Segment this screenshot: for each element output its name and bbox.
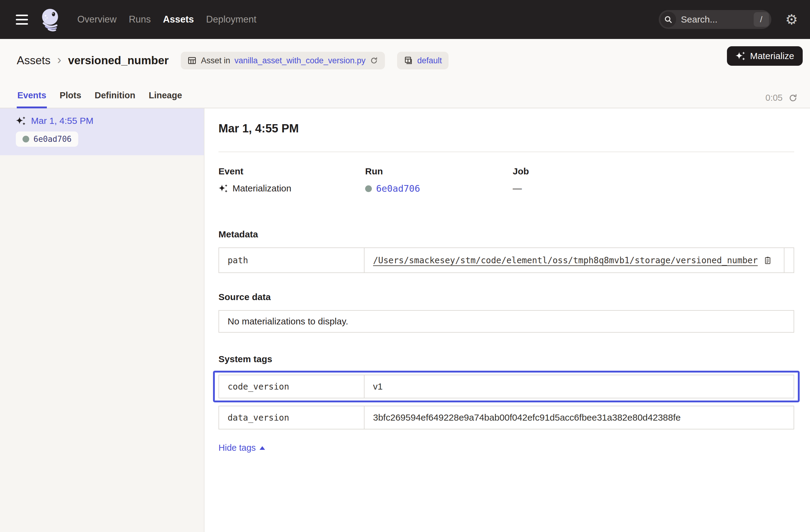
nav-item-deployment[interactable]: Deployment [206,14,256,25]
top-nav: Overview Runs Assets Deployment / ⚙ [0,0,810,39]
sparkle-icon [735,51,746,61]
source-data-heading: Source data [218,292,794,302]
hide-tags-link[interactable]: Hide tags [218,443,265,453]
nav-item-assets[interactable]: Assets [163,14,194,25]
asset-group-icon [404,56,413,65]
materialize-button[interactable]: Materialize [727,46,803,66]
event-detail-panel: Mar 1, 4:55 PM Event Materialization Run [205,108,810,532]
hamburger-menu-icon[interactable] [16,15,28,25]
search-icon [660,12,676,27]
system-tags-table: code_version v1 data_version 3bfc269594e… [218,375,794,430]
page-title: versioned_number [68,54,168,67]
tag-key: code_version [219,375,364,398]
materialization-sparkle-icon [218,183,228,193]
metadata-heading: Metadata [218,229,794,240]
breadcrumb: Assets › versioned_number Asset in vanil… [0,39,810,69]
asset-group-pill: default [397,52,449,69]
table-grid-icon [188,56,197,65]
table-row-code-version: code_version v1 [218,375,794,398]
tab-definition[interactable]: Definition [94,85,136,108]
settings-gear-icon[interactable]: ⚙ [785,13,798,27]
copy-icon[interactable] [763,256,772,265]
nav-item-runs[interactable]: Runs [129,14,151,25]
run-status-dot [22,136,29,142]
asset-header: Assets › versioned_number Asset in vanil… [0,39,810,108]
search-bar[interactable]: / [659,10,771,29]
hide-tags-label: Hide tags [218,443,256,453]
empty-message: No materializations to display. [228,316,348,326]
code-location-link[interactable]: vanilla_asset_with_code_version.py [234,56,366,65]
dagster-logo-icon[interactable] [38,7,64,32]
materialize-button-label: Materialize [750,51,794,61]
tag-key: data_version [219,406,364,429]
run-id-link[interactable]: 6e0ad706 [376,183,420,194]
asset-tabs: Events Plots Definition Lineage [17,85,182,108]
path-link[interactable]: /Users/smackesey/stm/code/elementl/oss/t… [373,255,758,265]
event-timestamp: Mar 1, 4:55 PM [31,116,93,126]
source-data-empty-state: No materializations to display. [218,310,794,333]
run-status-dot [365,186,372,192]
tab-plots[interactable]: Plots [59,85,82,108]
primary-nav: Overview Runs Assets Deployment [77,14,257,25]
table-actions-gutter [784,248,794,272]
refresh-countdown: 0:05 [765,93,783,103]
breadcrumb-chevron-icon: › [57,53,61,68]
nav-item-overview[interactable]: Overview [77,14,116,25]
asset-definition-pill: Asset in vanilla_asset_with_code_version… [181,52,385,69]
system-tags-heading: System tags [218,354,794,364]
table-row: path /Users/smackesey/stm/code/elementl/… [219,248,794,272]
event-run-pill[interactable]: 6e0ad706 [16,131,78,147]
metadata-table: path /Users/smackesey/stm/code/elementl/… [218,247,794,273]
caret-up-icon [260,446,265,450]
event-type-value: Materialization [232,183,291,194]
tab-events[interactable]: Events [17,85,47,108]
tab-lineage[interactable]: Lineage [148,85,183,108]
events-sidebar: Mar 1, 4:55 PM 6e0ad706 [0,108,205,532]
breadcrumb-assets-link[interactable]: Assets [17,54,50,67]
tag-value: v1 [373,381,383,392]
run-column-label: Run [365,166,513,177]
event-column-label: Event [218,166,365,177]
event-detail-title: Mar 1, 4:55 PM [218,122,794,135]
event-list-item[interactable]: Mar 1, 4:55 PM 6e0ad706 [0,108,204,155]
materialization-sparkle-icon [16,116,26,126]
search-shortcut-badge: / [754,12,769,27]
asset-group-link[interactable]: default [417,56,442,65]
divider [218,151,794,152]
job-column-label: Job [513,166,529,177]
reload-code-location-icon[interactable] [370,56,378,65]
run-id: 6e0ad706 [33,134,71,144]
search-input[interactable] [676,14,754,25]
refresh-status: 0:05 [765,93,798,103]
tag-value: 3bfc269594ef649228e9a74bab00f042efc91d5a… [373,413,681,423]
table-row-data-version: data_version 3bfc269594ef649228e9a74bab0… [218,406,794,430]
refresh-icon[interactable] [788,93,798,103]
highlighted-row-focus-ring: code_version v1 [218,375,794,398]
metadata-key: path [219,248,364,272]
asset-pill-prefix: Asset in [201,56,230,65]
job-value: — [513,183,522,194]
event-summary: Event Materialization Run 6e0ad706 [218,166,794,194]
